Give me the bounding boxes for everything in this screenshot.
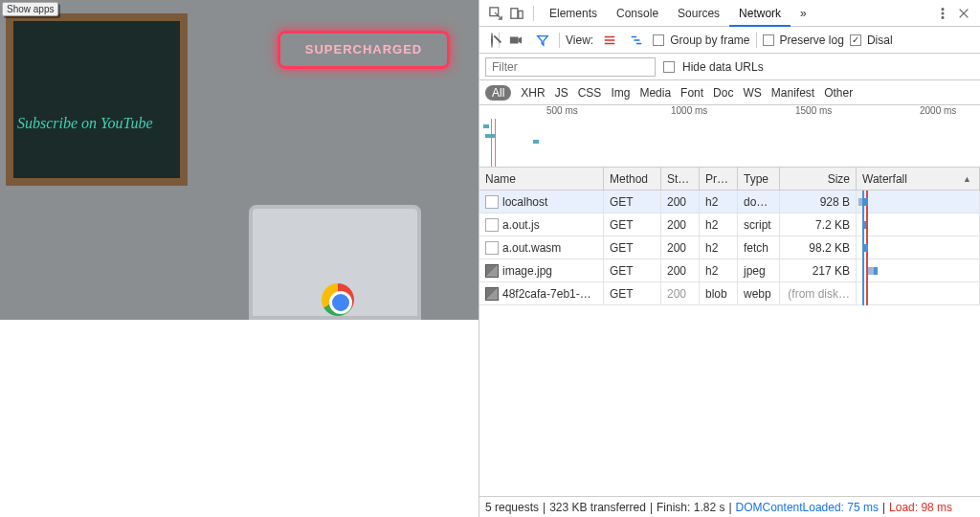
cell-status: 200 [661,214,700,236]
show-apps-tooltip: Show apps [2,2,58,16]
inspect-icon[interactable] [485,3,506,24]
filter-input[interactable] [485,57,656,77]
cell-size: 98.2 KB [780,236,857,259]
col-method[interactable]: Method [604,168,661,191]
view-waterfall-icon[interactable] [626,30,647,51]
status-load: Load: 98 ms [889,501,952,514]
type-ws[interactable]: WS [743,86,761,100]
col-status[interactable]: Sta… [661,168,700,191]
status-bar: 5 requests | 323 KB transferred | Finish… [479,496,980,517]
cell-waterfall [857,214,980,236]
kebab-menu-icon[interactable] [932,3,953,24]
col-protocol[interactable]: Pro… [700,168,738,191]
hide-data-urls-label: Hide data URLs [682,60,764,74]
type-media[interactable]: Media [639,86,671,100]
tick-2000: 2000 ms [920,105,956,116]
cell-size: 928 B [780,191,857,214]
cell-proto: blob [700,282,738,305]
timeline-overview[interactable]: 500 ms 1000 ms 1500 ms 2000 ms [479,105,980,168]
network-toolbar: View: Group by frame Preserve log Disal [479,27,980,54]
tab-sources[interactable]: Sources [668,0,729,27]
type-filter-bar: All XHR JS CSS Img Media Font Doc WS Man… [479,80,980,105]
svg-rect-2 [519,11,523,18]
table-row[interactable]: a.out.wasm GET 200 h2 fetch 98.2 KB [479,236,980,259]
view-label: View: [566,34,593,47]
cell-status: 200 [661,259,700,282]
cell-method: GET [604,191,661,214]
sort-asc-icon: ▲ [963,168,971,191]
disable-cache-checkbox[interactable] [850,34,861,46]
cell-method: GET [604,282,661,305]
type-all[interactable]: All [485,85,511,101]
tick-500: 500 ms [546,105,578,116]
camera-icon[interactable] [505,30,526,51]
neon-sign: SUPERCHARGED [278,31,450,69]
cell-proto: h2 [700,259,738,282]
type-xhr[interactable]: XHR [521,86,545,100]
svg-point-4 [942,12,944,14]
tab-elements[interactable]: Elements [540,0,607,27]
table-row[interactable]: localhost GET 200 h2 doc… 928 B [479,191,980,214]
status-transferred: 323 KB transferred [549,501,646,514]
col-type[interactable]: Type [738,168,780,191]
col-size[interactable]: Size [780,168,857,191]
cell-proto: h2 [700,236,738,259]
subscribe-text: Subscribe on YouTube [17,115,153,132]
group-by-frame-checkbox[interactable] [653,34,664,46]
filter-icon[interactable] [532,30,553,51]
cell-name: image.jpg [502,259,552,282]
table-row[interactable]: image.jpg GET 200 h2 jpeg 217 KB [479,259,980,282]
group-by-frame-label: Group by frame [670,34,749,47]
table-row[interactable]: a.out.js GET 200 h2 script 7.2 KB [479,214,980,236]
chalkboard [6,13,188,186]
tab-network[interactable]: Network [729,0,791,27]
hide-data-urls-checkbox[interactable] [663,61,675,73]
svg-point-3 [942,8,944,10]
table-body: localhost GET 200 h2 doc… 928 B a.out.js… [479,191,980,496]
tab-console[interactable]: Console [607,0,668,27]
col-waterfall[interactable]: Waterfall▲ [857,168,980,191]
type-font[interactable]: Font [680,86,703,100]
svg-rect-1 [511,8,518,18]
cell-waterfall [857,259,980,282]
tick-1500: 1500 ms [795,105,832,116]
table-row[interactable]: 48f2cafa-7eb1-… GET 200 blob webp (from … [479,282,980,305]
type-css[interactable]: CSS [578,86,602,100]
status-requests: 5 requests [485,501,539,514]
cell-waterfall [857,191,980,214]
cell-waterfall [857,282,980,305]
tab-more[interactable]: » [791,0,816,27]
cell-name: a.out.js [502,214,540,236]
cell-status: 200 [661,191,700,214]
cell-method: GET [604,259,661,282]
cell-status: 200 [661,282,700,305]
image-file-icon [485,264,499,278]
type-other[interactable]: Other [824,86,853,100]
svg-point-5 [942,16,944,18]
chrome-logo-icon [322,283,354,316]
preserve-log-label: Preserve log [780,34,844,47]
clear-icon[interactable] [491,34,493,47]
file-icon [485,195,499,209]
view-list-icon[interactable] [599,30,620,51]
filter-bar: Hide data URLs [479,54,980,80]
cell-status: 200 [661,236,700,259]
type-js[interactable]: JS [555,86,568,100]
status-finish: Finish: 1.82 s [657,501,724,514]
close-icon[interactable] [953,3,974,24]
cell-method: GET [604,214,661,236]
file-icon [485,218,499,232]
video-thumbnail: Subscribe on YouTube SUPERCHARGED Show a… [0,0,479,320]
svg-rect-6 [510,36,519,43]
preserve-log-checkbox[interactable] [763,34,774,46]
type-img[interactable]: Img [611,86,630,100]
disable-cache-label: Disal [867,34,893,47]
cell-type: doc… [738,191,780,214]
type-manifest[interactable]: Manifest [771,86,814,100]
tick-1000: 1000 ms [671,105,707,116]
device-mode-icon[interactable] [506,3,527,24]
col-name[interactable]: Name [479,168,604,191]
cell-type: webp [738,282,780,305]
type-doc[interactable]: Doc [713,86,733,100]
cell-proto: h2 [700,191,738,214]
